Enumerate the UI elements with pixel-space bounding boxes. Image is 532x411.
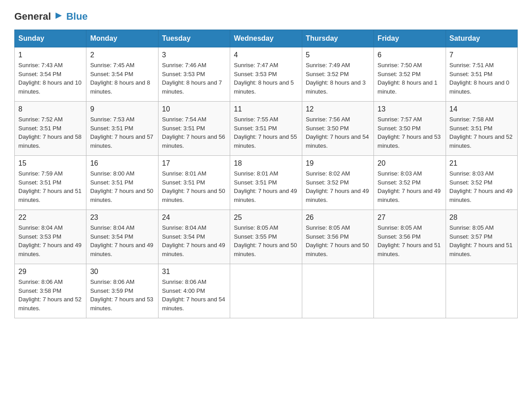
day-number: 17 <box>162 159 226 167</box>
day-info: Sunrise: 7:51 AM Sunset: 3:51 PM Dayligh… <box>450 61 514 96</box>
day-number: 18 <box>234 159 298 167</box>
day-number: 25 <box>234 214 298 222</box>
header-saturday: Saturday <box>446 30 517 47</box>
day-number: 12 <box>306 105 370 113</box>
day-cell: 11 Sunrise: 7:55 AM Sunset: 3:51 PM Dayl… <box>230 102 302 156</box>
header-monday: Monday <box>86 30 158 47</box>
day-cell: 31 Sunrise: 8:06 AM Sunset: 4:00 PM Dayl… <box>158 264 230 318</box>
day-info: Sunrise: 8:05 AM Sunset: 3:56 PM Dayligh… <box>378 223 442 258</box>
header-sunday: Sunday <box>15 30 86 47</box>
day-info: Sunrise: 7:50 AM Sunset: 3:52 PM Dayligh… <box>378 61 442 96</box>
day-info: Sunrise: 8:06 AM Sunset: 4:00 PM Dayligh… <box>162 278 226 313</box>
day-info: Sunrise: 7:43 AM Sunset: 3:54 PM Dayligh… <box>18 61 82 96</box>
day-number: 11 <box>234 105 298 113</box>
calendar-header-row: SundayMondayTuesdayWednesdayThursdayFrid… <box>15 30 518 47</box>
svg-marker-0 <box>56 13 62 19</box>
day-number: 4 <box>234 51 298 59</box>
day-info: Sunrise: 8:02 AM Sunset: 3:52 PM Dayligh… <box>306 169 370 204</box>
week-row-5: 29 Sunrise: 8:06 AM Sunset: 3:58 PM Dayl… <box>15 264 518 318</box>
day-cell: 8 Sunrise: 7:52 AM Sunset: 3:51 PM Dayli… <box>15 102 86 156</box>
day-cell: 5 Sunrise: 7:49 AM Sunset: 3:52 PM Dayli… <box>302 47 373 102</box>
week-row-1: 1 Sunrise: 7:43 AM Sunset: 3:54 PM Dayli… <box>15 47 518 102</box>
day-number: 7 <box>450 51 514 59</box>
header-wednesday: Wednesday <box>230 30 302 47</box>
day-info: Sunrise: 8:05 AM Sunset: 3:55 PM Dayligh… <box>234 223 298 258</box>
day-cell <box>230 264 302 318</box>
day-info: Sunrise: 7:52 AM Sunset: 3:51 PM Dayligh… <box>18 115 82 150</box>
day-cell <box>446 264 517 318</box>
day-number: 27 <box>378 214 442 222</box>
day-number: 20 <box>378 159 442 167</box>
day-cell: 16 Sunrise: 8:00 AM Sunset: 3:51 PM Dayl… <box>86 156 158 210</box>
day-number: 19 <box>306 159 370 167</box>
logo-text: General <box>14 11 51 22</box>
day-info: Sunrise: 8:05 AM Sunset: 3:57 PM Dayligh… <box>450 223 514 258</box>
day-info: Sunrise: 7:56 AM Sunset: 3:50 PM Dayligh… <box>306 115 370 150</box>
day-number: 14 <box>450 105 514 113</box>
day-number: 9 <box>90 105 154 113</box>
day-info: Sunrise: 8:04 AM Sunset: 3:54 PM Dayligh… <box>90 223 154 258</box>
day-cell: 4 Sunrise: 7:47 AM Sunset: 3:53 PM Dayli… <box>230 47 302 102</box>
day-info: Sunrise: 8:03 AM Sunset: 3:52 PM Dayligh… <box>450 169 514 204</box>
day-info: Sunrise: 7:53 AM Sunset: 3:51 PM Dayligh… <box>90 115 154 150</box>
day-number: 3 <box>162 51 226 59</box>
day-cell: 24 Sunrise: 8:04 AM Sunset: 3:54 PM Dayl… <box>158 210 230 264</box>
week-row-4: 22 Sunrise: 8:04 AM Sunset: 3:53 PM Dayl… <box>15 210 518 264</box>
day-cell: 1 Sunrise: 7:43 AM Sunset: 3:54 PM Dayli… <box>15 47 86 102</box>
day-cell: 26 Sunrise: 8:05 AM Sunset: 3:56 PM Dayl… <box>302 210 373 264</box>
calendar-table: SundayMondayTuesdayWednesdayThursdayFrid… <box>14 30 518 318</box>
day-cell: 27 Sunrise: 8:05 AM Sunset: 3:56 PM Dayl… <box>374 210 446 264</box>
day-number: 13 <box>378 105 442 113</box>
header-thursday: Thursday <box>302 30 373 47</box>
day-info: Sunrise: 7:45 AM Sunset: 3:54 PM Dayligh… <box>90 61 154 96</box>
day-cell: 29 Sunrise: 8:06 AM Sunset: 3:58 PM Dayl… <box>15 264 86 318</box>
day-cell: 21 Sunrise: 8:03 AM Sunset: 3:52 PM Dayl… <box>446 156 517 210</box>
day-cell <box>374 264 446 318</box>
day-info: Sunrise: 8:06 AM Sunset: 3:59 PM Dayligh… <box>90 278 154 313</box>
day-info: Sunrise: 7:49 AM Sunset: 3:52 PM Dayligh… <box>306 61 370 96</box>
day-cell: 2 Sunrise: 7:45 AM Sunset: 3:54 PM Dayli… <box>86 47 158 102</box>
day-info: Sunrise: 7:47 AM Sunset: 3:53 PM Dayligh… <box>234 61 298 96</box>
day-cell: 12 Sunrise: 7:56 AM Sunset: 3:50 PM Dayl… <box>302 102 373 156</box>
day-cell: 10 Sunrise: 7:54 AM Sunset: 3:51 PM Dayl… <box>158 102 230 156</box>
day-cell: 14 Sunrise: 7:58 AM Sunset: 3:51 PM Dayl… <box>446 102 517 156</box>
header-friday: Friday <box>374 30 446 47</box>
day-info: Sunrise: 8:01 AM Sunset: 3:51 PM Dayligh… <box>162 169 226 204</box>
day-info: Sunrise: 8:04 AM Sunset: 3:54 PM Dayligh… <box>162 223 226 258</box>
day-cell: 13 Sunrise: 7:57 AM Sunset: 3:50 PM Dayl… <box>374 102 446 156</box>
day-cell: 23 Sunrise: 8:04 AM Sunset: 3:54 PM Dayl… <box>86 210 158 264</box>
day-cell: 25 Sunrise: 8:05 AM Sunset: 3:55 PM Dayl… <box>230 210 302 264</box>
day-cell: 3 Sunrise: 7:46 AM Sunset: 3:53 PM Dayli… <box>158 47 230 102</box>
day-cell: 15 Sunrise: 7:59 AM Sunset: 3:51 PM Dayl… <box>15 156 86 210</box>
day-info: Sunrise: 8:00 AM Sunset: 3:51 PM Dayligh… <box>90 169 154 204</box>
day-number: 29 <box>18 268 82 276</box>
day-number: 30 <box>90 268 154 276</box>
day-info: Sunrise: 7:46 AM Sunset: 3:53 PM Dayligh… <box>162 61 226 96</box>
day-cell: 7 Sunrise: 7:51 AM Sunset: 3:51 PM Dayli… <box>446 47 517 102</box>
day-info: Sunrise: 8:01 AM Sunset: 3:51 PM Dayligh… <box>234 169 298 204</box>
header-tuesday: Tuesday <box>158 30 230 47</box>
day-info: Sunrise: 8:03 AM Sunset: 3:52 PM Dayligh… <box>378 169 442 204</box>
day-cell: 19 Sunrise: 8:02 AM Sunset: 3:52 PM Dayl… <box>302 156 373 210</box>
day-number: 6 <box>378 51 442 59</box>
day-cell: 20 Sunrise: 8:03 AM Sunset: 3:52 PM Dayl… <box>374 156 446 210</box>
day-cell: 22 Sunrise: 8:04 AM Sunset: 3:53 PM Dayl… <box>15 210 86 264</box>
week-row-2: 8 Sunrise: 7:52 AM Sunset: 3:51 PM Dayli… <box>15 102 518 156</box>
logo-blue-text: Blue <box>66 11 88 22</box>
day-info: Sunrise: 7:55 AM Sunset: 3:51 PM Dayligh… <box>234 115 298 150</box>
day-number: 23 <box>90 214 154 222</box>
week-row-3: 15 Sunrise: 7:59 AM Sunset: 3:51 PM Dayl… <box>15 156 518 210</box>
day-number: 31 <box>162 268 226 276</box>
day-number: 16 <box>90 159 154 167</box>
day-number: 5 <box>306 51 370 59</box>
day-number: 2 <box>90 51 154 59</box>
page-header: General Blue <box>14 11 518 22</box>
day-number: 1 <box>18 51 82 59</box>
day-cell: 6 Sunrise: 7:50 AM Sunset: 3:52 PM Dayli… <box>374 47 446 102</box>
logo-arrow-icon <box>54 11 64 22</box>
day-number: 22 <box>18 214 82 222</box>
day-number: 10 <box>162 105 226 113</box>
day-number: 28 <box>450 214 514 222</box>
day-info: Sunrise: 8:06 AM Sunset: 3:58 PM Dayligh… <box>18 278 82 313</box>
day-cell: 28 Sunrise: 8:05 AM Sunset: 3:57 PM Dayl… <box>446 210 517 264</box>
